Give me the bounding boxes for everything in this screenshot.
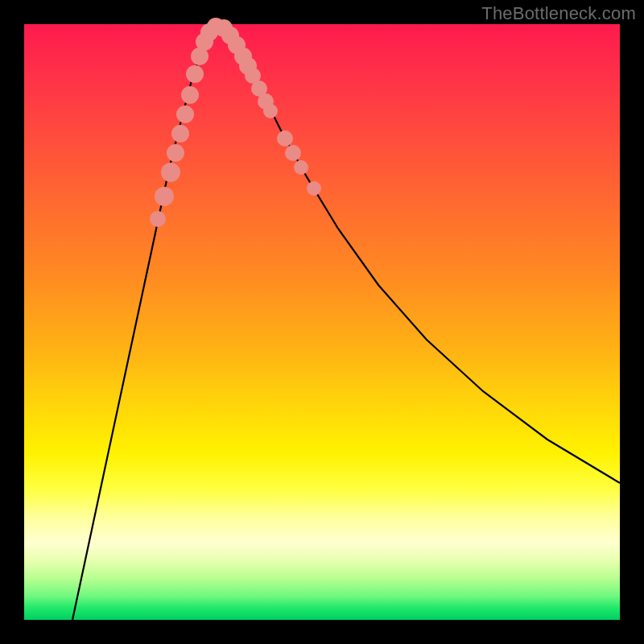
chart-frame: TheBottleneck.com [0,0,644,644]
highlight-dot [176,105,194,123]
highlight-dot [155,187,174,206]
bottleneck-curve [72,26,620,620]
highlight-dot [150,211,166,227]
watermark-text: TheBottleneck.com [481,3,636,24]
highlight-dot [186,65,204,83]
highlight-dot [277,130,293,147]
curve-layer [24,24,620,620]
highlight-dot [307,181,321,196]
highlight-dot [171,125,189,142]
highlight-dot [263,104,278,118]
highlight-dot [181,86,199,104]
highlight-dot [285,145,301,161]
highlight-dot [167,144,184,162]
plot-area [24,24,620,620]
highlight-dot [161,163,180,182]
highlight-dots [150,18,321,227]
highlight-dot [294,160,308,175]
